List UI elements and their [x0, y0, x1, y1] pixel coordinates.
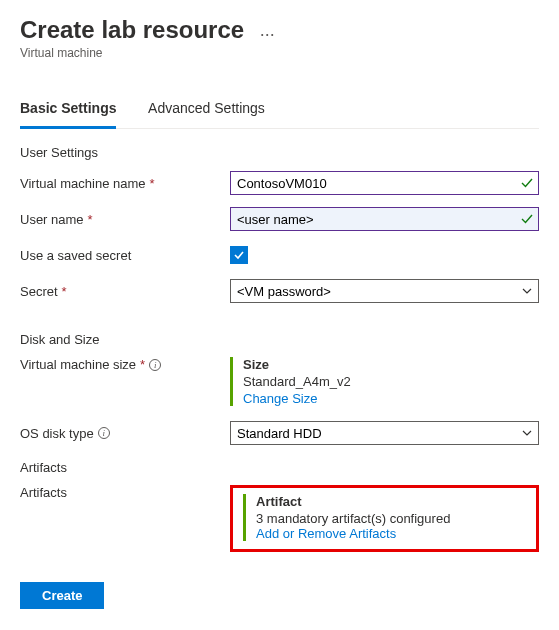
secret-select[interactable]	[230, 279, 539, 303]
label-user-name: User name	[20, 212, 84, 227]
label-vm-size: Virtual machine size	[20, 357, 136, 372]
tabs-bar: Basic Settings Advanced Settings	[20, 90, 539, 129]
required-indicator: *	[150, 176, 155, 191]
label-secret: Secret	[20, 284, 58, 299]
section-user-settings: User Settings	[20, 145, 539, 160]
vm-size-block: Size Standard_A4m_v2 Change Size	[230, 357, 539, 406]
required-indicator: *	[140, 357, 145, 372]
label-saved-secret: Use a saved secret	[20, 248, 131, 263]
section-artifacts: Artifacts	[20, 460, 539, 475]
tab-advanced-settings[interactable]: Advanced Settings	[148, 90, 265, 126]
tab-basic-settings[interactable]: Basic Settings	[20, 90, 116, 129]
info-icon[interactable]: i	[149, 359, 161, 371]
page-title: Create lab resource	[20, 16, 244, 44]
info-icon[interactable]: i	[98, 427, 110, 439]
artifact-title: Artifact	[256, 494, 526, 509]
create-button[interactable]: Create	[20, 582, 104, 609]
required-indicator: *	[88, 212, 93, 227]
os-disk-select[interactable]	[230, 421, 539, 445]
change-size-link[interactable]: Change Size	[243, 391, 539, 406]
artifact-highlight-box: Artifact 3 mandatory artifact(s) configu…	[230, 485, 539, 552]
size-value: Standard_A4m_v2	[243, 374, 539, 389]
label-os-disk: OS disk type	[20, 426, 94, 441]
size-title: Size	[243, 357, 539, 372]
page-subtitle: Virtual machine	[20, 46, 539, 60]
label-artifacts: Artifacts	[20, 485, 67, 500]
user-name-input[interactable]	[230, 207, 539, 231]
required-indicator: *	[62, 284, 67, 299]
section-disk-size: Disk and Size	[20, 332, 539, 347]
artifact-status: 3 mandatory artifact(s) configured	[256, 511, 526, 526]
more-actions-button[interactable]: ···	[260, 24, 275, 44]
label-vm-name: Virtual machine name	[20, 176, 146, 191]
add-remove-artifacts-link[interactable]: Add or Remove Artifacts	[256, 526, 526, 541]
saved-secret-checkbox[interactable]	[230, 246, 248, 264]
vm-name-input[interactable]	[230, 171, 539, 195]
